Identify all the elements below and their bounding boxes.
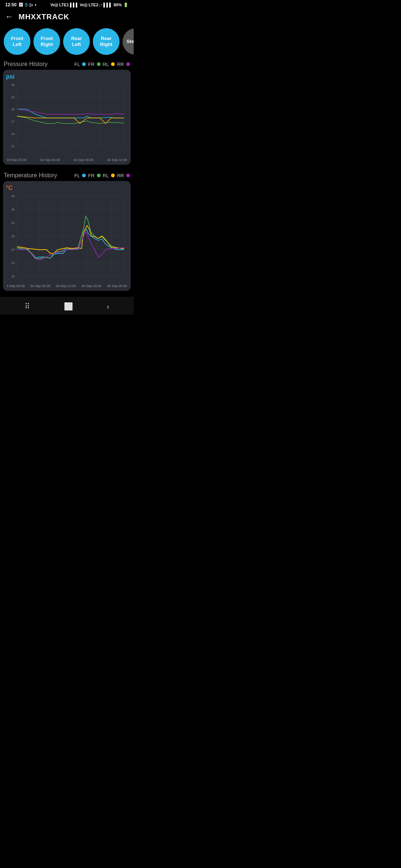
time: 12:50 (5, 2, 17, 7)
header: ← MHXXTRACK (0, 9, 134, 25)
temp-legend-fr-label: FR (88, 173, 94, 178)
status-left: 12:50 🖼 S ▷ • (5, 2, 36, 7)
svg-text:28: 28 (11, 234, 15, 238)
pressure-history-title: Pressure History (4, 61, 48, 68)
pressure-x-1: 04 Sep 04:30 (40, 158, 60, 162)
tire-btn-stepney[interactable]: Stepney (123, 28, 134, 55)
legend-fl-label: FL (74, 62, 80, 67)
play-icon: ▷ (30, 2, 33, 7)
temp-x-1: 04 Sep 09:30 (30, 284, 50, 288)
back-nav-icon[interactable]: ‹ (107, 302, 110, 311)
home-icon[interactable]: ⬜ (64, 302, 73, 311)
svg-text:40: 40 (11, 194, 15, 198)
tire-btn-rl[interactable]: RearLeft (63, 28, 90, 55)
temp-legend-rr-dot (126, 174, 130, 177)
dot-icon: • (35, 2, 36, 7)
temp-history-title: Temperature History (4, 172, 57, 179)
tire-buttons-container: FrontLeft FrontRight RearLeft RearRight … (0, 25, 134, 59)
battery-text: 80% (114, 3, 122, 7)
temp-chart-svg: 40 36 32 28 24 20 16 (6, 192, 128, 281)
pressure-x-2: 04 Sep 09:30 (74, 158, 94, 162)
menu-icon[interactable]: ⠿ (25, 302, 30, 311)
temp-x-0: 4 Sep 04:30 (7, 284, 25, 288)
temp-legend-fl-label: FL (74, 173, 80, 178)
pressure-history-header: Pressure History FL FR RL RR (0, 59, 134, 70)
svg-text:21: 21 (11, 144, 15, 148)
svg-text:24: 24 (11, 248, 15, 251)
pressure-x-3: 04 Sep 14:30 (107, 158, 127, 162)
nav-bar: ⠿ ⬜ ‹ (0, 297, 134, 315)
pressure-x-labels: 03 Sep 23:30 04 Sep 04:30 04 Sep 09:30 0… (6, 157, 128, 162)
svg-text:20: 20 (11, 261, 15, 265)
temp-x-2: 04 Sep 14:30 (56, 284, 76, 288)
temp-legend-rl-dot (111, 174, 115, 177)
legend-fl-dot (82, 62, 86, 66)
pressure-unit-label: psi (6, 73, 128, 80)
svg-text:36: 36 (11, 83, 15, 87)
legend-rl-dot (111, 62, 115, 66)
status-right: Vo)) LTE1 ▌▌▌ Vo)) LTE2↓↑ ▌▌▌ 80% 🔋 (50, 3, 128, 7)
pressure-x-0: 03 Sep 23:30 (7, 158, 27, 162)
svg-text:32: 32 (11, 221, 15, 225)
temp-history-header: Temperature History FL FR RL RR (0, 171, 134, 181)
temp-legend-fl-dot (82, 174, 86, 177)
tire-btn-fl[interactable]: FrontLeft (4, 28, 30, 55)
back-button[interactable]: ← (5, 12, 13, 22)
temp-unit-label: °C (6, 185, 128, 191)
pressure-legend: FL FR RL RR (74, 62, 130, 67)
legend-rl-label: RL (103, 62, 109, 67)
svg-text:24: 24 (11, 132, 15, 136)
temp-legend-fr-dot (97, 174, 101, 177)
pressure-chart-svg: 36 33 30 27 24 21 (6, 81, 128, 155)
legend-fr-label: FR (88, 62, 94, 67)
temp-x-labels: 4 Sep 04:30 04 Sep 09:30 04 Sep 14:30 04… (6, 283, 128, 288)
svg-text:36: 36 (11, 208, 15, 211)
svg-text:16: 16 (11, 274, 15, 278)
legend-rr-label: RR (117, 62, 124, 67)
temp-legend-rl-label: RL (103, 173, 109, 178)
signal-text: Vo)) LTE1 ▌▌▌ Vo)) LTE2↓↑ ▌▌▌ (50, 3, 112, 7)
temp-x-3: 04 Sep 19:30 (82, 284, 102, 288)
legend-rr-dot (126, 62, 130, 66)
legend-fr-dot (97, 62, 101, 66)
photo-icon: 🖼 (19, 2, 23, 7)
temp-legend: FL FR RL RR (74, 173, 130, 178)
svg-text:30: 30 (11, 108, 15, 111)
temp-chart-card: °C 40 36 32 28 24 20 16 4 Sep 04:30 (3, 181, 131, 291)
svg-text:27: 27 (11, 120, 15, 124)
tire-btn-fr[interactable]: FrontRight (33, 28, 60, 55)
temp-legend-rr-label: RR (117, 173, 124, 178)
battery-icon: 🔋 (123, 3, 128, 7)
status-bar: 12:50 🖼 S ▷ • Vo)) LTE1 ▌▌▌ Vo)) LTE2↓↑ … (0, 0, 134, 9)
tire-btn-rr[interactable]: RearRight (93, 28, 120, 55)
page-title: MHXXTRACK (19, 13, 69, 21)
s-icon: S (25, 2, 28, 7)
pressure-chart-card: psi 36 33 30 27 24 21 03 Sep 23:30 04 Se… (3, 70, 131, 165)
temp-x-4: 05 Sep 00:30 (107, 284, 127, 288)
svg-text:33: 33 (11, 95, 15, 99)
